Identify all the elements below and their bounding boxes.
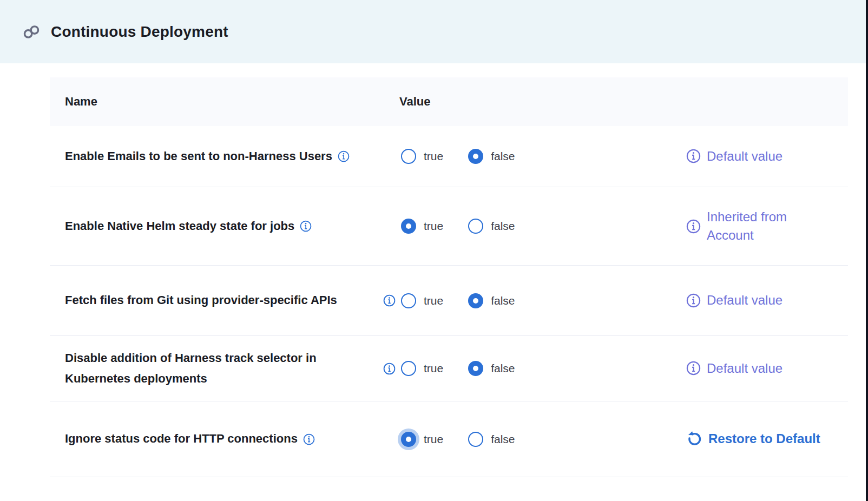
link-icon — [23, 23, 40, 41]
settings-table: Name Value Enable Emails to be sent to n… — [50, 77, 848, 477]
radio-true[interactable] — [401, 219, 416, 234]
radio-option-true[interactable]: true — [401, 432, 443, 447]
radio-option-false[interactable]: false — [468, 219, 515, 234]
column-header-value: Value — [379, 95, 671, 109]
setting-name: Ignore status code for HTTP connections — [65, 429, 298, 450]
radio-false[interactable] — [468, 219, 483, 234]
info-icon[interactable] — [383, 362, 396, 375]
setting-name: Fetch files from Git using provider-spec… — [65, 290, 337, 311]
setting-name: Enable Emails to be sent to non-Harness … — [65, 146, 332, 167]
radio-option-true[interactable]: true — [401, 149, 443, 164]
table-row: Disable addition of Harness track select… — [50, 336, 848, 401]
radio-option-true[interactable]: true — [401, 219, 443, 234]
table-row: Fetch files from Git using provider-spec… — [50, 266, 848, 336]
info-icon[interactable] — [300, 220, 312, 232]
radio-false[interactable] — [468, 149, 483, 164]
radio-option-false[interactable]: false — [468, 432, 515, 447]
table-row: Ignore status code for HTTP connections … — [50, 401, 848, 477]
radio-label: true — [424, 433, 443, 446]
page-title: Continuous Deployment — [51, 23, 228, 41]
section-header: Continuous Deployment — [0, 0, 868, 63]
info-icon[interactable] — [686, 293, 701, 308]
value-annotation: Default value — [671, 291, 848, 309]
radio-true[interactable] — [401, 361, 416, 376]
annotation-label: Inherited from Account — [707, 208, 787, 245]
restore-to-default-button[interactable]: Restore to Default — [671, 430, 848, 448]
column-header-name: Name — [50, 95, 379, 109]
info-icon[interactable] — [338, 150, 350, 162]
radio-label: true — [424, 220, 443, 233]
info-icon[interactable] — [686, 361, 701, 375]
radio-label: false — [491, 294, 515, 307]
restore-icon[interactable] — [686, 431, 702, 447]
radio-label: true — [424, 294, 443, 307]
radio-label: false — [491, 362, 515, 375]
radio-false[interactable] — [468, 293, 483, 308]
radio-label: true — [424, 362, 443, 375]
info-icon[interactable] — [686, 149, 701, 163]
radio-true[interactable] — [401, 149, 416, 164]
radio-option-false[interactable]: false — [468, 361, 515, 376]
radio-option-false[interactable]: false — [468, 149, 515, 164]
setting-name: Disable addition of Harness track select… — [65, 348, 382, 390]
radio-true[interactable] — [401, 432, 416, 447]
info-icon[interactable] — [686, 219, 701, 234]
value-annotation: Default value — [671, 147, 848, 166]
annotation-label: Default value — [707, 291, 782, 309]
table-row: Enable Native Helm steady state for jobs… — [50, 187, 848, 266]
annotation-label: Default value — [707, 359, 782, 378]
radio-label: false — [491, 433, 515, 446]
annotation-label: Default value — [707, 147, 782, 166]
radio-label: false — [491, 220, 515, 233]
value-annotation: Default value — [671, 359, 848, 378]
radio-option-false[interactable]: false — [468, 293, 515, 308]
table-row: Enable Emails to be sent to non-Harness … — [50, 126, 848, 187]
table-header-row: Name Value — [50, 77, 848, 126]
info-icon[interactable] — [303, 433, 315, 445]
window-edge — [866, 0, 868, 501]
radio-option-true[interactable]: true — [401, 361, 443, 376]
info-icon[interactable] — [383, 294, 396, 307]
radio-false[interactable] — [468, 432, 483, 447]
radio-option-true[interactable]: true — [401, 293, 443, 308]
radio-label: true — [424, 150, 443, 163]
annotation-label: Restore to Default — [708, 430, 820, 448]
setting-name: Enable Native Helm steady state for jobs — [65, 216, 294, 237]
radio-false[interactable] — [468, 361, 483, 376]
value-annotation: Inherited from Account — [671, 208, 848, 245]
radio-true[interactable] — [401, 293, 416, 308]
radio-label: false — [491, 150, 515, 163]
